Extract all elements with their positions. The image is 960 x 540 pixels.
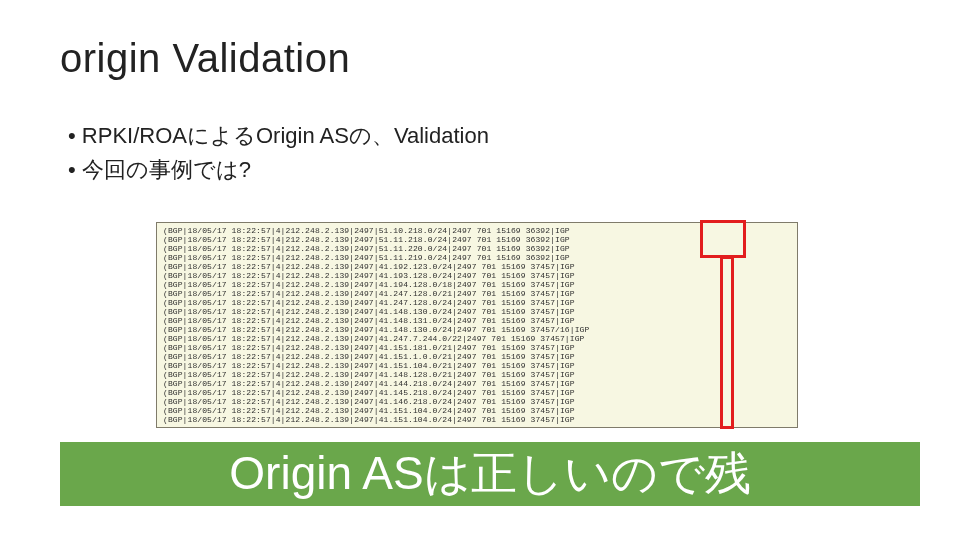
conclusion-text: Origin ASは正しいので残 [229,443,750,505]
page-title: origin Validation [60,36,900,81]
bullet-2: 今回の事例では? [68,153,900,187]
conclusion-banner: Origin ASは正しいので残 [60,442,920,506]
highlight-box-column [720,256,734,429]
highlight-box-top [700,220,746,258]
bullet-list: RPKI/ROAによるOrigin ASの、Validation 今回の事例では… [60,119,900,187]
slide: origin Validation RPKI/ROAによるOrigin ASの、… [0,0,960,540]
bullet-1: RPKI/ROAによるOrigin ASの、Validation [68,119,900,153]
